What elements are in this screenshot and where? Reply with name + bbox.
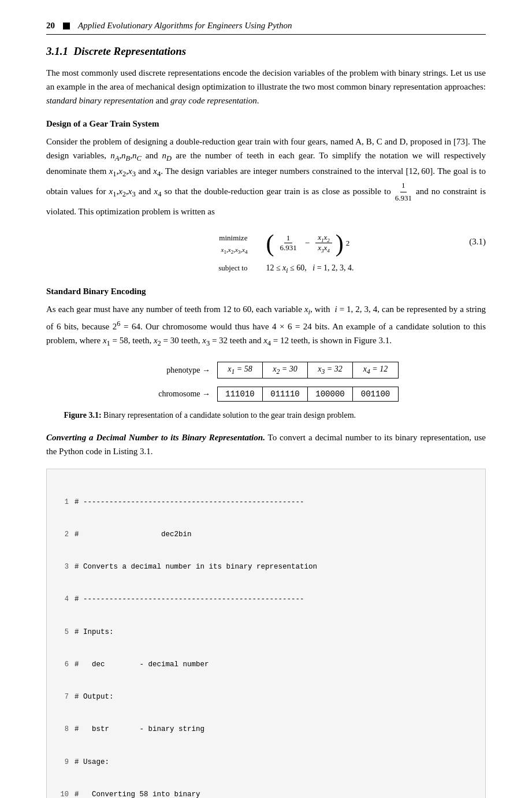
code-line-1: 1# -------------------------------------… xyxy=(55,497,477,508)
code-line-7: 7# Output: xyxy=(55,692,477,703)
figure-caption: Figure 3.1: Binary representation of a c… xyxy=(64,411,468,420)
chromosome-cell-1: 111010 xyxy=(218,387,263,401)
subsection1-paragraph: Consider the problem of designing a doub… xyxy=(46,135,486,218)
chromosome-cells: 111010 011110 100000 001100 xyxy=(217,387,399,402)
converting-paragraph: Converting a Decimal Number to its Binar… xyxy=(46,430,486,458)
figure-caption-bold: Figure 3.1: xyxy=(64,411,102,420)
phenotype-cell-4: x4 = 12 xyxy=(353,362,398,378)
figure-phenotype-row: phenotype → x1 = 58 x2 = 30 x3 = 32 x4 =… xyxy=(133,362,399,378)
header-separator-icon xyxy=(63,23,70,29)
chromosome-cell-3: 100000 xyxy=(308,387,353,401)
figure-chromosome-row: chromosome → 111010 011110 100000 001100 xyxy=(133,387,399,402)
figure-caption-text: Binary representation of a candidate sol… xyxy=(102,411,356,420)
equation-number: (3.1) xyxy=(469,236,486,246)
section-title: 3.1.1 Discrete Representations xyxy=(46,45,486,58)
code-line-4: 4# -------------------------------------… xyxy=(55,594,477,605)
phenotype-cell-3: x3 = 32 xyxy=(308,362,353,378)
subsection2-title: Standard Binary Encoding xyxy=(46,287,486,296)
math-label: minimize x1,x2,x3,x4 subject to xyxy=(178,232,247,272)
code-line-8: 8# bstr - binary string xyxy=(55,724,477,735)
code-line-6: 6# dec - decimal number xyxy=(55,659,477,670)
subsection1-title: Design of a Gear Train System xyxy=(46,119,486,129)
figure-container: phenotype → x1 = 58 x2 = 30 x3 = 32 x4 =… xyxy=(46,362,486,420)
code-line-5: 5# Inputs: xyxy=(55,627,477,638)
phenotype-cell-1: x1 = 58 xyxy=(218,362,263,378)
code-line-10: 10# Converting 58 into binary xyxy=(55,789,477,798)
math-block: minimize x1,x2,x3,x4 subject to ( 1 6.93… xyxy=(46,231,486,274)
code-line-3: 3# Converts a decimal number in its bina… xyxy=(55,562,477,573)
phenotype-cells: x1 = 58 x2 = 30 x3 = 32 x4 = 12 xyxy=(217,362,399,378)
code-block: 1# -------------------------------------… xyxy=(46,469,486,798)
code-line-2: 2# dec2bin xyxy=(55,529,477,540)
page-header: 20 Applied Evolutionary Algorithms for E… xyxy=(46,21,486,35)
converting-title: Converting a Decimal Number to its Binar… xyxy=(46,433,265,442)
code-line-9: 9# Usage: xyxy=(55,757,477,768)
header-title: Applied Evolutionary Algorithms for Engi… xyxy=(78,21,292,31)
phenotype-cell-2: x2 = 30 xyxy=(263,362,308,378)
chromosome-label: chromosome → xyxy=(133,389,217,399)
intro-paragraph: The most commonly used discrete represen… xyxy=(46,66,486,107)
phenotype-label: phenotype → xyxy=(133,366,217,375)
chromosome-cell-2: 011110 xyxy=(263,387,308,401)
figure-table-area: phenotype → x1 = 58 x2 = 30 x3 = 32 x4 =… xyxy=(133,362,399,402)
page-number: 20 xyxy=(46,21,55,31)
math-content: ( 1 6.931 − x1x2 x3x4 ) 2 12 ≤ xi ≤ 60, … xyxy=(266,231,354,274)
intro-italic2: gray code representation xyxy=(170,96,257,105)
subsection2-paragraph: As each gear must have any number of tee… xyxy=(46,302,486,349)
chromosome-cell-4: 001100 xyxy=(353,387,398,401)
page: 20 Applied Evolutionary Algorithms for E… xyxy=(0,0,532,798)
intro-italic1: standard binary representation xyxy=(46,96,154,105)
